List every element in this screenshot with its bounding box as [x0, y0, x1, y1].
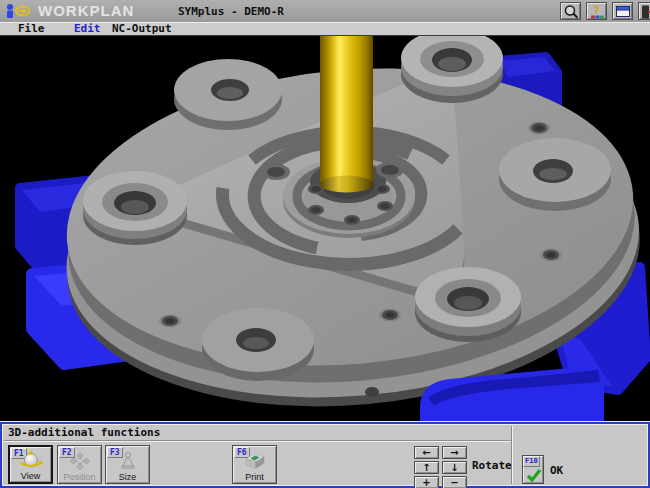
wing-top-left — [174, 59, 282, 130]
window-icon — [614, 4, 633, 20]
fkey-label: F10 — [523, 456, 540, 467]
application-window: WORKPLAN SYMplus - DEMO-R ? — [0, 0, 650, 488]
svg-text:?: ? — [593, 4, 600, 17]
wing-right — [499, 138, 611, 211]
help-keyboard-icon: ? — [588, 4, 607, 20]
menu-nc-output[interactable]: NC-Output — [112, 22, 172, 35]
boss-left — [83, 171, 187, 245]
rotate-up-button[interactable]: ↑ — [414, 461, 439, 474]
position-button-label: Position — [58, 472, 101, 482]
menu-edit[interactable]: Edit — [74, 22, 101, 35]
rotate-label: Rotate — [472, 459, 512, 472]
ok-button[interactable]: F10 — [522, 455, 544, 484]
zoom-out-button[interactable]: − — [442, 476, 467, 488]
ok-button-label: OK — [550, 464, 563, 477]
position-button[interactable]: F2 Position — [57, 445, 102, 484]
menubar: File Edit NC-Output — [0, 22, 650, 36]
menu-file[interactable]: File — [18, 22, 45, 35]
size-button-label: Size — [106, 472, 149, 482]
window-button[interactable] — [612, 2, 633, 20]
exit-button[interactable] — [638, 2, 650, 20]
rotate-left-button[interactable]: ← — [414, 446, 439, 459]
magnifier-icon — [562, 4, 581, 20]
brand-name: WORKPLAN — [38, 2, 134, 19]
print-button-label: Print — [233, 472, 276, 482]
panel-title-rule — [4, 440, 511, 442]
titlebar: WORKPLAN SYMplus - DEMO-R ? — [0, 0, 650, 22]
rotate-down-button[interactable]: ↓ — [442, 461, 467, 474]
app-logo-icon — [4, 2, 32, 20]
exit-door-icon — [640, 4, 650, 20]
zoom-in-button[interactable]: + — [414, 476, 439, 488]
zoom-button[interactable] — [560, 2, 581, 20]
view-button[interactable]: F1 View — [8, 445, 53, 484]
panel-title: 3D-additional functions — [8, 426, 160, 439]
window-title: SYMplus - DEMO-R — [178, 5, 284, 18]
size-button[interactable]: F3 Size — [105, 445, 150, 484]
print-button[interactable]: F6 Print — [232, 445, 277, 484]
rotate-right-button[interactable]: → — [442, 446, 467, 459]
wing-bottom-left — [202, 308, 314, 381]
3d-viewport — [0, 36, 650, 422]
boss-bottom — [415, 267, 521, 342]
panel-divider — [511, 426, 513, 484]
tool-cutter — [320, 36, 373, 193]
function-panel: 3D-additional functions F1 View F2 — [0, 422, 650, 488]
check-icon — [526, 468, 542, 482]
help-button[interactable]: ? — [586, 2, 607, 20]
view-button-label: View — [10, 471, 51, 481]
boss-top-right — [401, 36, 503, 103]
